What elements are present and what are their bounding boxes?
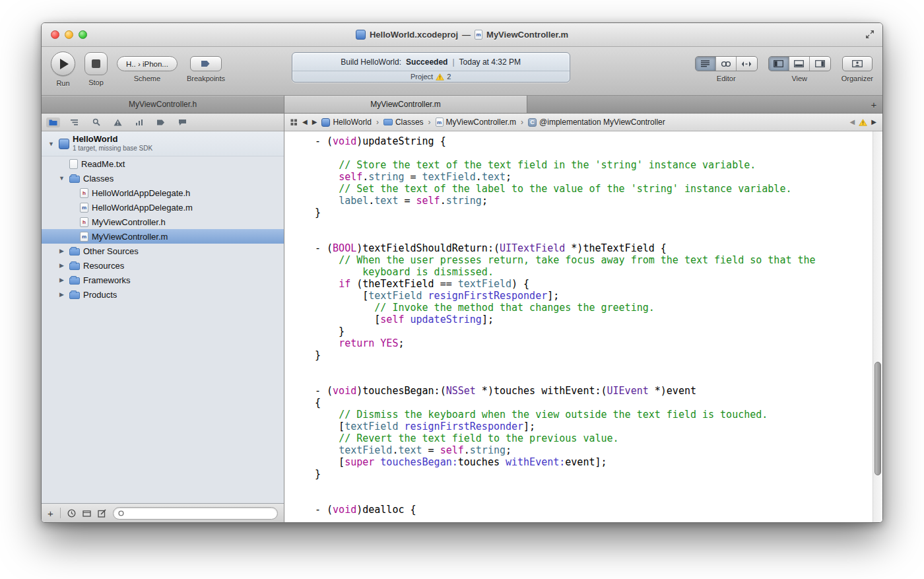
search-navigator-icon[interactable] (92, 118, 100, 126)
next-issue-button[interactable]: ▶ (871, 119, 876, 125)
code-line[interactable]: keyboard is dismissed. (315, 266, 869, 278)
breadcrumb-item[interactable]: Classes (383, 118, 424, 127)
code-line[interactable]: [textField resignFirstResponder]; (315, 421, 869, 432)
code-line[interactable] (315, 147, 869, 159)
code-line[interactable]: label.text = self.string; (315, 195, 869, 207)
symbol-navigator-icon[interactable] (71, 119, 79, 126)
project-navigator-icon[interactable] (46, 118, 60, 127)
navigator-item[interactable]: ▶Other Sources (42, 244, 284, 258)
code-line[interactable]: [super touchesBegan:touches withEvent:ev… (315, 456, 869, 468)
previous-issue-button[interactable]: ◀ (850, 119, 855, 125)
window-titlebar[interactable]: HelloWorld.xcodeproj — m MyViewControlle… (42, 23, 882, 47)
toggle-navigator-button[interactable] (769, 57, 789, 71)
zoom-button[interactable] (79, 30, 87, 39)
code-line[interactable] (315, 230, 869, 242)
issue-stepper: ◀ ▶ (850, 119, 876, 126)
code-line[interactable]: textField.text = self.string; (315, 444, 869, 456)
navigator-item[interactable]: hHelloWorldAppDelegate.h (42, 186, 284, 200)
code-line[interactable]: // Invoke the method that changes the gr… (315, 302, 869, 314)
code-line[interactable]: if (theTextField == textField) { (315, 278, 869, 290)
tab-myviewcontroller.m[interactable]: MyViewController.m (284, 96, 527, 113)
navigator-item[interactable]: ▶Resources (42, 258, 284, 273)
version-editor-button[interactable] (737, 57, 757, 71)
scheme-selector[interactable]: H.. › iPhon... (117, 56, 178, 71)
unsaved-files-icon[interactable] (98, 509, 106, 518)
back-button[interactable]: ◀ (302, 119, 308, 125)
source-editor[interactable]: - (void)updateString { // Store the text… (284, 131, 882, 522)
code-line[interactable]: - (void)dealloc { (315, 504, 869, 516)
code-line[interactable]: // Store the text of the text field in t… (315, 159, 869, 171)
code-line[interactable] (315, 361, 869, 373)
disclosure-triangle-icon[interactable]: ▶ (57, 262, 66, 269)
breadcrumb-item[interactable]: HelloWorld (321, 118, 371, 127)
code-line[interactable] (315, 480, 869, 492)
navigator-item-project[interactable]: ▼ HelloWorld 1 target, missing base SDK (42, 131, 284, 156)
debug-navigator-icon[interactable] (135, 119, 143, 126)
standard-editor-button[interactable] (696, 57, 716, 71)
recent-files-icon[interactable] (67, 509, 76, 518)
code-line[interactable]: - (void)touchesBegan:(NSSet *)touches wi… (315, 385, 869, 397)
tab-myviewcontroller.h[interactable]: MyViewController.h (42, 96, 284, 113)
breadcrumb-label: Classes (395, 118, 424, 127)
issue-navigator-icon[interactable] (114, 119, 122, 126)
code-line[interactable]: [textField resignFirstResponder]; (315, 290, 869, 302)
toggle-debug-area-button[interactable] (789, 57, 810, 71)
navigator-item[interactable]: ▼Classes (42, 171, 284, 186)
code-line[interactable]: } (315, 325, 869, 337)
code-line[interactable]: // Dismiss the keyboard when the view ou… (315, 409, 869, 421)
code-line[interactable]: } (315, 207, 869, 219)
scheme-label: Scheme (134, 75, 160, 83)
code-line[interactable]: // Revert the text field to the previous… (315, 432, 869, 444)
navigator-item[interactable]: ▶Frameworks (42, 273, 284, 287)
activity-viewer[interactable]: Build HelloWorld: Succeeded | Today at 4… (292, 52, 570, 83)
disclosure-triangle-icon[interactable]: ▶ (57, 291, 66, 298)
code-line[interactable]: } (315, 349, 869, 361)
disclosure-triangle-icon[interactable]: ▶ (57, 277, 66, 283)
add-file-button[interactable]: + (48, 508, 53, 518)
breakpoint-navigator-icon[interactable] (156, 119, 165, 126)
navigator-item[interactable]: hMyViewController.h (42, 215, 284, 229)
navigator-filter-field[interactable] (113, 507, 278, 520)
run-label: Run (56, 79, 69, 87)
navigator-item[interactable]: mHelloWorldAppDelegate.m (42, 200, 284, 215)
code-line[interactable]: - (void)updateString { (315, 135, 869, 147)
code-line[interactable]: - (BOOL)textFieldShouldReturn:(UITextFie… (315, 242, 869, 254)
stop-button[interactable] (84, 52, 108, 75)
forward-button[interactable]: ▶ (312, 119, 317, 125)
scm-status-icon[interactable] (82, 509, 91, 517)
fullscreen-toggle-icon[interactable] (865, 30, 874, 42)
code-line[interactable]: // Set the text of the label to the valu… (315, 183, 869, 195)
disclosure-triangle-icon[interactable]: ▶ (57, 248, 66, 254)
navigator-item[interactable]: ReadMe.txt (42, 156, 284, 171)
toggle-utilities-button[interactable] (810, 57, 830, 71)
organizer-button[interactable] (842, 56, 873, 71)
navigator-item[interactable]: ▶Products (42, 287, 284, 302)
disclosure-triangle-icon[interactable]: ▼ (47, 141, 55, 147)
run-button[interactable] (51, 51, 75, 76)
code-line[interactable] (315, 373, 869, 385)
log-navigator-icon[interactable] (178, 119, 187, 126)
editor-scrollbar[interactable] (873, 131, 882, 522)
navigator-item[interactable]: mMyViewController.m (42, 229, 284, 244)
code-line[interactable]: // When the user presses return, take fo… (315, 254, 869, 266)
standard-editor-icon (701, 60, 710, 67)
code-line[interactable]: { (315, 397, 869, 409)
scrollbar-thumb[interactable] (874, 362, 881, 475)
breakpoints-button[interactable] (190, 56, 222, 71)
breadcrumb-item[interactable]: C@implementation MyViewController (528, 118, 665, 127)
close-button[interactable] (51, 30, 59, 39)
breadcrumb-label: HelloWorld (333, 118, 371, 127)
related-items-icon[interactable] (290, 119, 298, 126)
code-line[interactable] (315, 492, 869, 504)
disclosure-triangle-icon[interactable]: ▼ (57, 175, 66, 182)
new-tab-button[interactable]: + (865, 96, 882, 113)
code-line[interactable]: return YES; (315, 337, 869, 349)
code-line[interactable] (315, 219, 869, 230)
code-line[interactable]: } (315, 468, 869, 480)
tab-label: MyViewController.m (370, 100, 440, 109)
code-line[interactable]: self.string = textField.text; (315, 171, 869, 183)
breadcrumb-item[interactable]: mMyViewController.m (436, 118, 516, 127)
code-line[interactable]: [self updateString]; (315, 314, 869, 325)
minimize-button[interactable] (65, 30, 73, 39)
assistant-editor-button[interactable] (716, 57, 737, 71)
